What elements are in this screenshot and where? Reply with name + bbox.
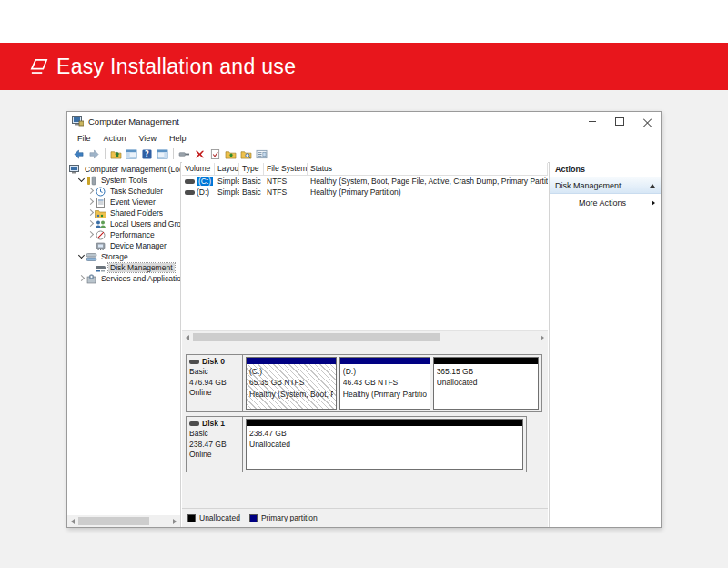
col-header-type[interactable]: Type — [239, 163, 264, 175]
chevron-down-icon[interactable] — [78, 177, 86, 184]
properties-check-icon[interactable] — [208, 147, 222, 160]
volume-icon — [185, 179, 195, 184]
disk-1-label[interactable]: Disk 1 Basic 238.47 GB Online — [187, 417, 243, 472]
tree-item-system-tools[interactable]: System Tools — [67, 175, 180, 186]
services-applications-icon — [86, 274, 97, 284]
tree-item-disk-management[interactable]: Disk Management — [67, 262, 180, 273]
tree-item-shared-folders[interactable]: Shared Folders — [67, 208, 180, 218]
local-users-groups-icon — [95, 219, 106, 229]
volume-row-d[interactable]: (D:) Simple Basic NTFS Healthy (Primary … — [182, 187, 548, 198]
unallocated-bar — [247, 420, 522, 426]
col-header-file-system[interactable]: File System — [264, 163, 308, 175]
disk-icon — [189, 421, 199, 426]
tree-item-task-scheduler[interactable]: Task Scheduler — [67, 186, 180, 197]
delete-icon[interactable] — [193, 147, 207, 160]
back-icon[interactable] — [72, 147, 86, 160]
disk-0-label[interactable]: Disk 0 Basic 476.94 GB Online — [187, 355, 243, 411]
device-manager-icon — [95, 241, 106, 251]
partition-title: (C:) — [249, 366, 333, 377]
volume-row-c[interactable]: (C:) Simple Basic NTFS Healthy (System, … — [182, 176, 548, 187]
volume-layout: Simple — [215, 177, 239, 186]
screenshot-root: Easy Installation and use Computer Manag… — [0, 0, 728, 568]
menubar: File Action View Help — [67, 130, 661, 146]
volume-name: (C:) — [197, 177, 213, 186]
collapse-icon[interactable] — [650, 184, 655, 188]
expander-spacer — [87, 242, 95, 249]
storage-icon — [86, 252, 97, 262]
expander-spacer — [87, 264, 95, 271]
volume-type: Basic — [239, 188, 264, 197]
disk-name: Disk 0 — [202, 357, 225, 367]
actions-group-disk-management[interactable]: Disk Management — [550, 178, 661, 194]
unallocated-region[interactable]: 365.15 GB Unallocated — [433, 357, 539, 410]
chevron-right-icon[interactable] — [87, 220, 95, 228]
disk-state: Online — [189, 450, 239, 460]
close-icon — [643, 117, 652, 126]
disk-size: 238.47 GB — [189, 440, 239, 450]
volume-list-header: Volume Layout Type File System Status — [182, 162, 548, 176]
titlebar[interactable]: Computer Management — [67, 112, 661, 130]
menu-file[interactable]: File — [71, 134, 97, 143]
primary-partition-swatch — [249, 514, 258, 522]
chevron-down-icon[interactable] — [78, 253, 86, 260]
disk-management-pane: Volume Layout Type File System Status (C… — [182, 162, 548, 527]
chevron-right-icon[interactable] — [87, 231, 95, 238]
col-header-layout[interactable]: Layout — [215, 163, 239, 175]
volume-status: Healthy (System, Boot, Page File, Active… — [308, 177, 548, 186]
more-actions-label: More Actions — [579, 198, 652, 208]
chevron-right-icon[interactable] — [78, 275, 86, 282]
tree-item-computer-management[interactable]: Computer Management (Local — [67, 164, 180, 175]
show-console-tree-icon[interactable] — [125, 147, 138, 160]
folder-search-icon[interactable] — [239, 147, 253, 160]
unallocated-bar — [434, 358, 538, 364]
partition-legend: Unallocated Primary partition — [182, 508, 548, 527]
folder-up-icon[interactable] — [224, 147, 238, 160]
volume-icon — [185, 190, 195, 195]
toolbar: ? — [67, 146, 661, 163]
col-header-status[interactable]: Status — [308, 163, 548, 175]
tree-item-device-manager[interactable]: Device Manager — [67, 240, 180, 251]
tree-item-event-viewer[interactable]: Event Viewer — [67, 197, 180, 208]
chevron-right-icon[interactable] — [87, 209, 95, 217]
tree-item-local-users-and-groups[interactable]: Local Users and Groups — [67, 218, 180, 229]
partition-status: Unallocated — [437, 377, 535, 388]
tree-horizontal-scrollbar[interactable] — [67, 515, 180, 527]
promo-banner: Easy Installation and use — [0, 43, 728, 90]
partition-d[interactable]: (D:) 46.43 GB NTFS Healthy (Primary Part… — [339, 357, 430, 410]
partition-size: 238.47 GB — [249, 428, 520, 439]
menu-view[interactable]: View — [133, 134, 163, 143]
computer-management-app-icon — [72, 116, 84, 127]
eraser-logo-icon — [27, 55, 51, 78]
menu-action[interactable]: Action — [97, 134, 133, 143]
content-area: Computer Management (Local System Tools … — [67, 162, 661, 527]
volume-list: Volume Layout Type File System Status (C… — [182, 162, 548, 330]
toolbar-separator — [105, 148, 106, 159]
maximize-button[interactable] — [606, 112, 633, 130]
close-button[interactable] — [633, 112, 661, 130]
help-icon[interactable]: ? — [140, 147, 154, 160]
tree-item-storage[interactable]: Storage — [67, 251, 180, 262]
minimize-button[interactable] — [579, 112, 606, 130]
partition-c[interactable]: (C:) 65.35 GB NTFS Healthy (System, Boot… — [246, 357, 337, 410]
submenu-arrow-icon — [652, 200, 655, 206]
details-view-icon[interactable] — [255, 147, 268, 160]
scroll-left-icon[interactable] — [67, 515, 78, 527]
more-actions-item[interactable]: More Actions — [550, 194, 661, 210]
col-header-volume[interactable]: Volume — [182, 163, 215, 175]
chevron-right-icon[interactable] — [87, 198, 95, 206]
scroll-right-icon[interactable] — [169, 515, 180, 527]
tree-item-performance[interactable]: Performance — [67, 229, 180, 240]
volume-list-horizontal-scrollbar[interactable] — [182, 330, 548, 343]
chevron-right-icon[interactable] — [87, 188, 95, 195]
primary-partition-bar — [340, 358, 430, 364]
up-one-level-icon[interactable] — [109, 147, 123, 160]
connect-icon[interactable] — [177, 147, 191, 160]
computer-management-icon — [69, 165, 81, 175]
tree-item-services-and-applications[interactable]: Services and Applications — [67, 273, 180, 284]
volume-layout: Simple — [215, 188, 239, 197]
unallocated-region[interactable]: 238.47 GB Unallocated — [246, 419, 523, 470]
menu-help[interactable]: Help — [163, 134, 193, 143]
primary-partition-bar — [247, 358, 336, 364]
show-action-pane-icon[interactable] — [156, 147, 169, 160]
forward-icon[interactable] — [87, 147, 101, 160]
